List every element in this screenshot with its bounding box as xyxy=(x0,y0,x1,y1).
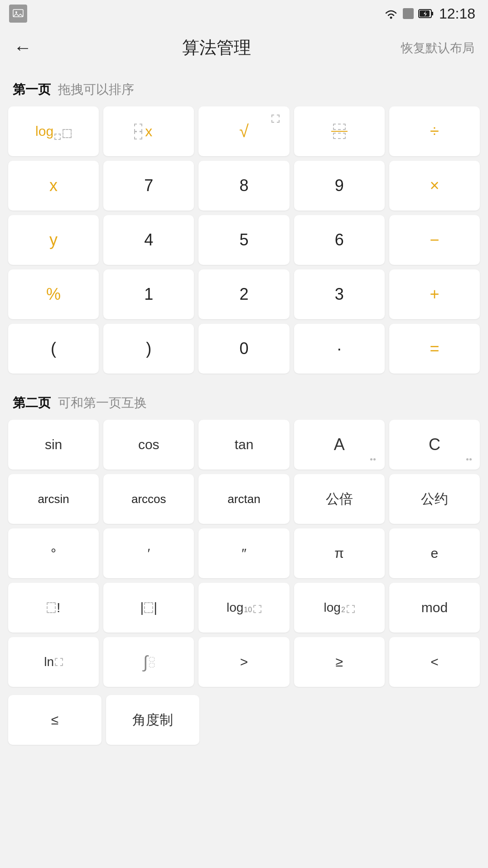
status-bar-left xyxy=(9,5,27,23)
header: ← 算法管理 恢复默认布局 xyxy=(0,27,488,68)
status-bar-right: 12:18 xyxy=(384,5,475,22)
svg-point-1 xyxy=(15,11,17,13)
key-arcsec[interactable]: ″ xyxy=(198,528,289,578)
back-button[interactable]: ← xyxy=(14,38,32,58)
key-lparen[interactable]: ( xyxy=(8,324,99,374)
key-7[interactable]: 7 xyxy=(103,161,194,211)
key-rparen[interactable]: ) xyxy=(103,324,194,374)
sim-icon xyxy=(403,8,414,19)
key-log2[interactable]: log 2 xyxy=(294,583,385,633)
key-A-dots[interactable]: A xyxy=(294,420,385,470)
key-lcm[interactable]: 公倍 xyxy=(294,474,385,524)
battery-icon xyxy=(418,8,435,19)
key-6[interactable]: 6 xyxy=(294,215,385,265)
key-2[interactable]: 2 xyxy=(198,269,289,319)
key-equals[interactable]: = xyxy=(389,324,480,374)
page2-keyboard: sin cos tan A C arcsin arccos arctan xyxy=(0,420,488,687)
page1-label-hint: 拖拽可以排序 xyxy=(58,82,134,96)
page1-keyboard: log x √ ÷ x 7 8 9 × xyxy=(0,106,488,374)
key-divide[interactable]: ÷ xyxy=(389,106,480,156)
key-dot[interactable]: · xyxy=(294,324,385,374)
key-tan[interactable]: tan xyxy=(198,420,289,470)
key-abs[interactable]: | | xyxy=(103,583,194,633)
key-5[interactable]: 5 xyxy=(198,215,289,265)
key-9[interactable]: 9 xyxy=(294,161,385,211)
key-gcd[interactable]: 公约 xyxy=(389,474,480,524)
key-fraction[interactable] xyxy=(294,106,385,156)
wifi-icon xyxy=(384,8,398,19)
key-gt[interactable]: > xyxy=(198,637,289,687)
key-integral[interactable]: ∫ xyxy=(103,637,194,687)
key-arcmin[interactable]: ′ xyxy=(103,528,194,578)
key-arctan[interactable]: arctan xyxy=(198,474,289,524)
key-C-dots[interactable]: C xyxy=(389,420,480,470)
key-e[interactable]: e xyxy=(389,528,480,578)
key-cos[interactable]: cos xyxy=(103,420,194,470)
key-y[interactable]: y xyxy=(8,215,99,265)
key-log-x[interactable]: log xyxy=(8,106,99,156)
page2-label-hint: 可和第一页互换 xyxy=(58,396,147,410)
svg-point-2 xyxy=(390,17,392,19)
key-x[interactable]: x xyxy=(8,161,99,211)
key-lt[interactable]: < xyxy=(389,637,480,687)
key-gte[interactable]: ≥ xyxy=(294,637,385,687)
key-8[interactable]: 8 xyxy=(198,161,289,211)
key-degree[interactable]: ° xyxy=(8,528,99,578)
status-bar: 12:18 xyxy=(0,0,488,27)
key-arcsin[interactable]: arcsin xyxy=(8,474,99,524)
key-sqrt[interactable]: √ xyxy=(198,106,289,156)
key-3[interactable]: 3 xyxy=(294,269,385,319)
key-factorial[interactable]: ! xyxy=(8,583,99,633)
key-multiply[interactable]: × xyxy=(389,161,480,211)
page2-section-label: 第二页 可和第一页互换 xyxy=(0,382,488,420)
svg-rect-4 xyxy=(431,12,433,15)
restore-defaults-button[interactable]: 恢复默认布局 xyxy=(401,40,474,56)
page1-section-label: 第一页 拖拽可以排序 xyxy=(0,68,488,106)
image-icon xyxy=(9,5,27,23)
key-0[interactable]: 0 xyxy=(198,324,289,374)
page1-label-bold: 第一页 xyxy=(13,82,51,96)
key-sin[interactable]: sin xyxy=(8,420,99,470)
key-lte[interactable]: ≤ xyxy=(8,695,101,745)
key-log10[interactable]: log 10 xyxy=(198,583,289,633)
time-display: 12:18 xyxy=(439,5,475,22)
key-1[interactable]: 1 xyxy=(103,269,194,319)
key-mod[interactable]: mod xyxy=(389,583,480,633)
key-percent[interactable]: % xyxy=(8,269,99,319)
key-minus[interactable]: − xyxy=(389,215,480,265)
key-pi[interactable]: π xyxy=(294,528,385,578)
key-4[interactable]: 4 xyxy=(103,215,194,265)
key-x-power[interactable]: x xyxy=(103,106,194,156)
page2-label-bold: 第二页 xyxy=(13,396,51,410)
page-title: 算法管理 xyxy=(182,36,251,59)
key-arccos[interactable]: arccos xyxy=(103,474,194,524)
key-ln[interactable]: ln xyxy=(8,637,99,687)
key-plus[interactable]: + xyxy=(389,269,480,319)
page2-last-row: ≤ 角度制 xyxy=(0,695,488,745)
key-angle-mode[interactable]: 角度制 xyxy=(106,695,199,745)
